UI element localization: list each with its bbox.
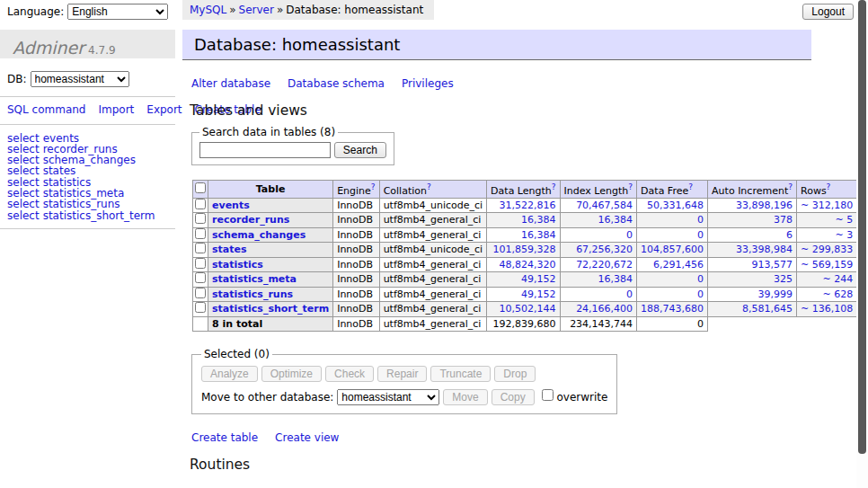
select-link-statistics_short_term[interactable]: select [7, 209, 40, 222]
data-length-link[interactable]: 48,824,320 [500, 259, 556, 271]
rows-link[interactable]: ~ 569,159 [801, 259, 853, 271]
scrollbar-thumb[interactable] [858, 0, 866, 454]
index-length-link[interactable]: 0 [626, 229, 633, 241]
help-link[interactable]: ? [371, 182, 376, 191]
row-checkbox-statistics_runs[interactable] [195, 288, 206, 298]
index-length-link[interactable]: 70,467,584 [576, 200, 633, 211]
auto-increment-link[interactable]: 8,581,645 [742, 303, 793, 315]
auto-increment-link[interactable]: 33,398,984 [736, 244, 793, 255]
auto-increment-link[interactable]: 6 [786, 229, 793, 241]
analyze-button[interactable]: Analyze [201, 366, 258, 382]
table-name-link-schema_changes[interactable]: schema_changes [212, 229, 306, 241]
column-header-engine: Engine? [333, 181, 379, 199]
index-length-link[interactable]: 0 [626, 288, 633, 300]
row-checkbox-recorder_runs[interactable] [195, 213, 206, 224]
sidebar-action-0[interactable]: SQL command [7, 103, 85, 116]
overwrite-checkbox[interactable] [542, 389, 554, 401]
database-nav-links: Alter databaseDatabase schemaPrivileges [191, 77, 811, 90]
page-title: Database: homeassistant [182, 30, 811, 60]
index-length-link[interactable]: 24,166,400 [576, 303, 633, 315]
data-free-link[interactable]: 188,743,680 [641, 303, 704, 315]
index-length-cell: 67,256,320 [560, 243, 637, 258]
data-length-link[interactable]: 31,522,816 [500, 200, 556, 211]
db-nav-link-2[interactable]: Privileges [402, 77, 454, 90]
db-nav-link-0[interactable]: Alter database [191, 77, 270, 90]
rows-link[interactable]: ~ 628 [822, 288, 853, 300]
row-checkbox-statistics[interactable] [195, 258, 206, 269]
copy-button[interactable]: Copy [492, 389, 535, 405]
data-length-link[interactable]: 49,152 [521, 273, 556, 285]
db-nav-link-1[interactable]: Database schema [288, 77, 385, 90]
table-link-statistics_short_term[interactable]: statistics_short_term [43, 209, 155, 222]
create-link-0[interactable]: Create table [191, 431, 258, 444]
data-length-link[interactable]: 16,384 [521, 229, 556, 241]
check-button[interactable]: Check [325, 366, 374, 382]
sidebar-action-2[interactable]: Export [146, 103, 182, 116]
data-length-link[interactable]: 49,152 [521, 288, 556, 300]
auto-increment-link[interactable]: 325 [774, 273, 793, 285]
row-checkbox-states[interactable] [195, 243, 206, 253]
help-link[interactable]: ? [827, 182, 831, 191]
search-input[interactable] [199, 142, 331, 158]
row-checkbox-statistics_meta[interactable] [195, 272, 206, 283]
data-length-link[interactable]: 101,859,328 [493, 244, 556, 255]
index-length-link[interactable]: 16,384 [598, 214, 633, 226]
help-link[interactable]: ? [688, 182, 693, 191]
row-checkbox-events[interactable] [195, 199, 206, 209]
drop-button[interactable]: Drop [494, 366, 536, 382]
data-free-link[interactable]: 104,857,600 [641, 244, 704, 255]
help-link[interactable]: ? [788, 182, 793, 191]
move-db-select[interactable]: homeassistant [337, 389, 439, 405]
table-name-link-statistics_runs[interactable]: statistics_runs [212, 288, 293, 300]
move-button[interactable]: Move [443, 389, 487, 405]
auto-increment-link[interactable]: 33,898,196 [736, 200, 793, 211]
rows-link[interactable]: ~ 299,833 [801, 244, 853, 255]
breadcrumb-link-mysql[interactable]: MySQL [190, 4, 226, 16]
truncate-button[interactable]: Truncate [430, 366, 491, 382]
row-checkbox-schema_changes[interactable] [195, 228, 206, 239]
data-free-link[interactable]: 0 [697, 273, 704, 285]
data-length-link[interactable]: 16,384 [521, 214, 556, 226]
table-name-link-statistics_short_term[interactable]: statistics_short_term [212, 303, 329, 315]
auto-increment-link[interactable]: 378 [774, 214, 793, 226]
auto-increment-link[interactable]: 39,999 [758, 288, 793, 300]
sidebar-table-entry: selectstatistics_runs [7, 199, 175, 209]
help-link[interactable]: ? [427, 182, 431, 191]
data-length-link[interactable]: 10,502,144 [500, 303, 556, 315]
table-name-link-events[interactable]: events [212, 200, 250, 211]
select-all-checkbox[interactable] [195, 182, 206, 193]
table-name-link-states[interactable]: states [212, 244, 247, 255]
help-link[interactable]: ? [628, 182, 633, 191]
row-checkbox-statistics_short_term[interactable] [195, 302, 206, 313]
help-link[interactable]: ? [552, 182, 556, 191]
index-length-link[interactable]: 67,256,320 [576, 244, 633, 255]
sidebar-action-1[interactable]: Import [98, 103, 134, 116]
data-free-link[interactable]: 50,331,648 [647, 200, 704, 211]
data-free-link[interactable]: 6,291,456 [653, 259, 704, 271]
repair-button[interactable]: Repair [377, 366, 427, 382]
rows-link[interactable]: ~ 244 [822, 273, 853, 285]
row-checkbox-cell [193, 257, 208, 272]
data-free-link[interactable]: 0 [697, 229, 704, 241]
table-name-link-statistics[interactable]: statistics [212, 259, 263, 271]
rows-cell: ~ 312,180 [797, 198, 857, 213]
table-name-link-statistics_meta[interactable]: statistics_meta [212, 273, 297, 285]
rows-link[interactable]: ~ 136,108 [801, 303, 853, 315]
table-name-link-recorder_runs[interactable]: recorder_runs [212, 214, 289, 226]
rows-link[interactable]: ~ 5 [835, 214, 853, 226]
column-header-collation: Collation? [379, 181, 486, 199]
rows-link[interactable]: ~ 312,180 [801, 200, 853, 211]
row-checkbox-cell [193, 227, 208, 243]
auto-increment-link[interactable]: 913,577 [752, 259, 793, 271]
create-link-1[interactable]: Create view [275, 431, 339, 444]
index-length-link[interactable]: 16,384 [598, 273, 633, 285]
search-button[interactable]: Search [334, 142, 386, 158]
data-free-link[interactable]: 0 [697, 214, 704, 226]
rows-link[interactable]: ~ 3 [835, 229, 853, 241]
optimize-button[interactable]: Optimize [261, 366, 322, 382]
db-select[interactable]: homeassistant [31, 71, 129, 87]
breadcrumb-link-server[interactable]: Server [239, 4, 274, 16]
index-length-link[interactable]: 72,220,672 [576, 259, 633, 271]
data-free-link[interactable]: 0 [697, 288, 704, 300]
engine-cell: InnoDB [333, 272, 379, 288]
